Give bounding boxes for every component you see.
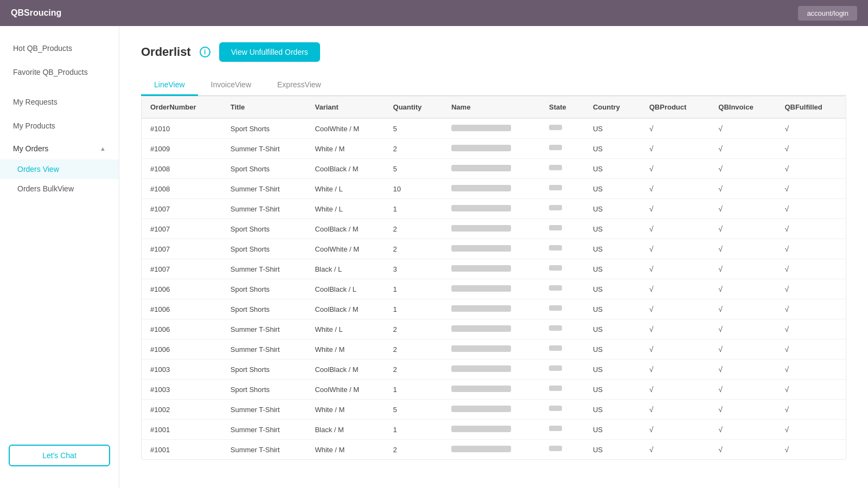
cell-qbfulfilled: √ xyxy=(776,279,846,299)
cell-name xyxy=(443,299,540,319)
cell-name xyxy=(443,319,540,339)
cell-qbfulfilled: √ xyxy=(776,179,846,199)
cell-qbproduct: √ xyxy=(641,420,710,440)
col-quantity: Quantity xyxy=(385,97,443,118)
cell-quantity: 5 xyxy=(385,159,443,179)
cell-quantity: 1 xyxy=(385,420,443,440)
sidebar-item-my-requests[interactable]: My Requests xyxy=(0,91,119,114)
cell-name xyxy=(443,359,540,380)
col-qbproduct: QBProduct xyxy=(641,97,710,118)
cell-variant: White / M xyxy=(306,139,384,159)
cell-title: Summer T-Shirt xyxy=(222,179,307,199)
tab-express-view[interactable]: ExpressView xyxy=(264,75,334,96)
tab-invoice-view[interactable]: InvoiceView xyxy=(198,75,264,96)
cell-qbfulfilled: √ xyxy=(776,219,846,239)
cell-state xyxy=(540,339,584,359)
cell-title: Sport Shorts xyxy=(222,219,307,239)
cell-country: US xyxy=(584,400,641,420)
cell-name xyxy=(443,139,540,159)
cell-order-number: #1006 xyxy=(142,279,222,299)
cell-state xyxy=(540,219,584,239)
sidebar-section-my-orders[interactable]: My Orders ▲ xyxy=(0,138,119,159)
cell-qbinvoice: √ xyxy=(710,319,776,339)
cell-quantity: 1 xyxy=(385,380,443,400)
cell-country: US xyxy=(584,359,641,380)
cell-title: Sport Shorts xyxy=(222,359,307,380)
cell-quantity: 1 xyxy=(385,199,443,219)
cell-state xyxy=(540,259,584,279)
cell-name xyxy=(443,239,540,259)
cell-state xyxy=(540,239,584,259)
sidebar-item-my-products[interactable]: My Products xyxy=(0,114,119,138)
cell-qbfulfilled: √ xyxy=(776,400,846,420)
cell-country: US xyxy=(584,159,641,179)
cell-qbfulfilled: √ xyxy=(776,118,846,139)
cell-order-number: #1003 xyxy=(142,359,222,380)
sidebar-item-orders-view[interactable]: Orders View xyxy=(0,159,119,179)
sidebar: Hot QB_Products Favorite QB_Products My … xyxy=(0,26,119,488)
cell-variant: White / L xyxy=(306,179,384,199)
cell-title: Summer T-Shirt xyxy=(222,199,307,219)
view-unfulfilled-button[interactable]: View Unfulfilled Orders xyxy=(219,42,320,62)
cell-order-number: #1007 xyxy=(142,219,222,239)
table-row: #1008 Summer T-Shirt White / L 10 US √ √… xyxy=(142,179,846,199)
cell-qbinvoice: √ xyxy=(710,219,776,239)
cell-state xyxy=(540,380,584,400)
table-row: #1007 Summer T-Shirt Black / L 3 US √ √ … xyxy=(142,259,846,279)
cell-variant: CoolWhite / M xyxy=(306,239,384,259)
cell-qbinvoice: √ xyxy=(710,179,776,199)
cell-qbfulfilled: √ xyxy=(776,380,846,400)
cell-order-number: #1006 xyxy=(142,299,222,319)
cell-variant: White / M xyxy=(306,339,384,359)
cell-qbinvoice: √ xyxy=(710,359,776,380)
table-row: #1001 Summer T-Shirt Black / M 1 US √ √ … xyxy=(142,420,846,440)
cell-quantity: 2 xyxy=(385,440,443,460)
sidebar-item-orders-bulk-view[interactable]: Orders BulkView xyxy=(0,179,119,198)
cell-qbinvoice: √ xyxy=(710,420,776,440)
cell-country: US xyxy=(584,299,641,319)
table-row: #1007 Sport Shorts CoolBlack / M 2 US √ … xyxy=(142,219,846,239)
col-country: Country xyxy=(584,97,641,118)
cell-qbinvoice: √ xyxy=(710,239,776,259)
info-icon[interactable]: i xyxy=(200,47,210,57)
app-logo: QBSroucing xyxy=(11,8,61,18)
cell-qbfulfilled: √ xyxy=(776,339,846,359)
cell-title: Summer T-Shirt xyxy=(222,420,307,440)
cell-name xyxy=(443,339,540,359)
cell-state xyxy=(540,319,584,339)
cell-order-number: #1006 xyxy=(142,339,222,359)
table-row: #1006 Summer T-Shirt White / M 2 US √ √ … xyxy=(142,339,846,359)
tab-line-view[interactable]: LineView xyxy=(141,75,198,96)
cell-qbproduct: √ xyxy=(641,199,710,219)
cell-qbinvoice: √ xyxy=(710,159,776,179)
cell-name xyxy=(443,159,540,179)
table-row: #1003 Sport Shorts CoolBlack / M 2 US √ … xyxy=(142,359,846,380)
cell-variant: White / M xyxy=(306,400,384,420)
cell-order-number: #1008 xyxy=(142,159,222,179)
cell-qbinvoice: √ xyxy=(710,339,776,359)
cell-qbinvoice: √ xyxy=(710,259,776,279)
cell-variant: Black / L xyxy=(306,259,384,279)
user-button[interactable]: account/login xyxy=(798,6,857,21)
cell-qbfulfilled: √ xyxy=(776,420,846,440)
cell-qbfulfilled: √ xyxy=(776,239,846,259)
cell-quantity: 1 xyxy=(385,299,443,319)
cell-qbinvoice: √ xyxy=(710,199,776,219)
cell-qbproduct: √ xyxy=(641,239,710,259)
cell-quantity: 2 xyxy=(385,219,443,239)
page-title: Orderlist xyxy=(141,45,191,59)
cell-qbinvoice: √ xyxy=(710,118,776,139)
cell-state xyxy=(540,179,584,199)
cell-title: Sport Shorts xyxy=(222,239,307,259)
lets-chat-button[interactable]: Let's Chat xyxy=(9,445,110,466)
cell-order-number: #1001 xyxy=(142,440,222,460)
sidebar-item-favorite-qb-products[interactable]: Favorite QB_Products xyxy=(0,61,119,85)
cell-name xyxy=(443,179,540,199)
cell-quantity: 2 xyxy=(385,239,443,259)
cell-variant: CoolBlack / M xyxy=(306,159,384,179)
cell-name xyxy=(443,219,540,239)
cell-title: Sport Shorts xyxy=(222,118,307,139)
sidebar-item-hot-qb-products[interactable]: Hot QB_Products xyxy=(0,37,119,61)
cell-name xyxy=(443,259,540,279)
cell-state xyxy=(540,420,584,440)
